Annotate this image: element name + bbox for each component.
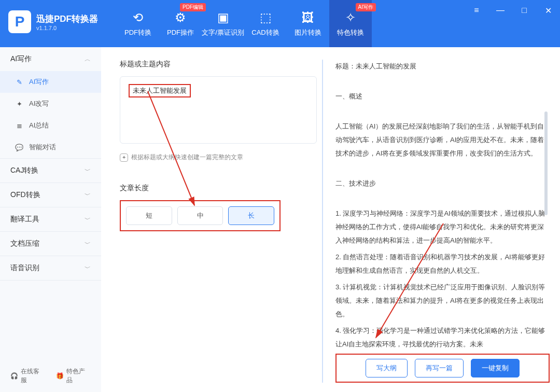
menu-button[interactable]: ≡	[465, 0, 488, 21]
sidebar-item-ai-summary[interactable]: ≣ AI总结	[0, 115, 101, 136]
cad-icon: ⬚	[260, 10, 272, 25]
nav-image[interactable]: 🖼 图片转换	[287, 0, 329, 47]
window-controls: ≡ — □ ✕	[465, 0, 560, 21]
sidebar-item-ai-rewrite[interactable]: ✦ AI改写	[0, 93, 101, 115]
length-label: 文章长度	[120, 184, 317, 193]
nav-cad[interactable]: ⬚ CAD转换	[244, 0, 287, 47]
sidebar-item-ai-chat[interactable]: 💬 智能对话	[0, 136, 101, 158]
sidebar-group-translate[interactable]: 翻译工具﹀	[0, 207, 101, 231]
length-long-button[interactable]: 长	[228, 206, 274, 225]
star-icon: ✧	[345, 10, 356, 25]
nav-feature[interactable]: AI写作 ✧ 特色转换	[329, 0, 372, 47]
brand: P 迅捷PDF转换器 v1.1.7.0	[0, 0, 106, 44]
sidebar-item-ai-write[interactable]: ✎ AI写作	[0, 71, 101, 93]
output-title: 标题：未来人工智能的发展	[335, 60, 545, 73]
chevron-down-icon: ﹀	[85, 240, 91, 248]
chevron-down-icon: ﹀	[85, 191, 91, 200]
main-nav: ⟲ PDF转换 PDF编辑 ⚙ PDF操作 ▣ 文字/票证识别 ⬚ CAD转换 …	[117, 0, 372, 47]
headset-icon: 🎧	[10, 372, 18, 380]
hint-text: ✦ 根据标题或大纲快速创建一篇完整的文章	[120, 153, 317, 162]
sidebar-group-caj[interactable]: CAJ转换﹀	[0, 159, 101, 183]
topic-label: 标题或主题内容	[120, 60, 317, 69]
online-support-link[interactable]: 🎧在线客服	[10, 367, 46, 385]
pen-icon: ✎	[15, 78, 24, 86]
scan-icon: ▣	[217, 10, 229, 25]
topic-value-highlight: 未来人工智能发展	[129, 84, 191, 97]
chevron-up-icon: ︿	[85, 55, 91, 64]
gift-icon: 🎁	[56, 372, 64, 380]
featured-products-link[interactable]: 🎁特色产品	[56, 367, 91, 385]
chevron-down-icon: ﹀	[85, 166, 91, 175]
brand-name: 迅捷PDF转换器	[36, 13, 98, 25]
title-bar: P 迅捷PDF转换器 v1.1.7.0 ⟲ PDF转换 PDF编辑 ⚙ PDF操…	[0, 0, 560, 47]
info-icon: ✦	[120, 153, 128, 162]
nav-pdf-convert[interactable]: ⟲ PDF转换	[117, 0, 159, 47]
gear-icon: ⚙	[175, 10, 186, 25]
image-icon: 🖼	[302, 10, 314, 25]
nav-ocr[interactable]: ▣ 文字/票证识别	[202, 0, 244, 47]
topic-textarea[interactable]: 未来人工智能发展	[120, 76, 317, 144]
write-outline-button[interactable]: 写大纲	[366, 359, 408, 377]
badge-ai-write: AI写作	[356, 3, 376, 11]
swap-icon: ⟲	[133, 10, 143, 25]
write-again-button[interactable]: 再写一篇	[415, 359, 464, 377]
chat-icon: 💬	[15, 144, 24, 151]
scrollbar[interactable]	[544, 111, 548, 215]
list-icon: ≣	[15, 122, 24, 130]
maximize-button[interactable]: □	[512, 0, 536, 21]
sidebar-group-speech[interactable]: 语音识别﹀	[0, 256, 101, 280]
sidebar-group-ofd[interactable]: OFD转换﹀	[0, 183, 101, 207]
logo-icon: P	[8, 10, 31, 33]
output-text: 标题：未来人工智能的发展 一、概述 人工智能（AI）的发展已经深刻地影响了我们的…	[335, 60, 550, 347]
length-medium-button[interactable]: 中	[177, 206, 223, 225]
length-options-highlight: 短 中 长	[120, 200, 281, 231]
length-short-button[interactable]: 短	[126, 206, 172, 225]
action-row-highlight: 写大纲 再写一篇 一键复制	[335, 354, 550, 383]
nav-pdf-operate[interactable]: PDF编辑 ⚙ PDF操作	[159, 0, 202, 47]
sidebar: AI写作 ︿ ✎ AI写作 ✦ AI改写 ≣ AI总结 💬 智能对话 CAJ转换…	[0, 47, 101, 392]
main-content: 标题或主题内容 未来人工智能发展 ✦ 根据标题或大纲快速创建一篇完整的文章 文章…	[101, 47, 560, 392]
chevron-down-icon: ﹀	[85, 215, 91, 224]
sidebar-group-compress[interactable]: 文档压缩﹀	[0, 232, 101, 256]
copy-all-button[interactable]: 一键复制	[471, 359, 520, 377]
sidebar-group-ai-write[interactable]: AI写作 ︿	[0, 47, 101, 71]
brand-version: v1.1.7.0	[36, 25, 98, 31]
wand-icon: ✦	[15, 100, 24, 108]
minimize-button[interactable]: —	[488, 0, 512, 21]
close-button[interactable]: ✕	[536, 0, 560, 21]
chevron-down-icon: ﹀	[85, 264, 91, 273]
